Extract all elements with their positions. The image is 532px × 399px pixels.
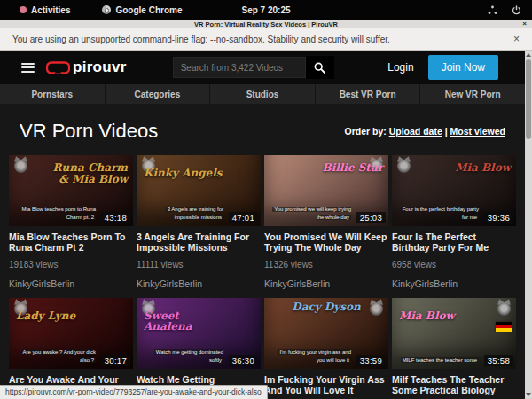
order-by-label: Order by: [344, 126, 386, 137]
video-views: 6958 views [392, 260, 516, 270]
duration-badge: 43:18 [101, 212, 130, 223]
thumbnail-caption: Mia Blow teaches porn to Runa Charm pt. … [16, 206, 96, 222]
video-views: 11326 views [264, 260, 388, 270]
chrome-label: Google Chrome [115, 5, 182, 15]
video-views: 19183 views [9, 260, 133, 270]
studio-link[interactable]: KinkyGirlsBerlin [137, 278, 261, 289]
video-card: Mia Blow MILF teaches the teacher some 3… [392, 298, 516, 399]
video-title-link[interactable]: Im Fucking Your Virgin Ass And You Will … [264, 374, 388, 396]
thumbnail-caption: MILF teaches the teacher some [399, 356, 479, 364]
site-logo-text: pirouvr [73, 59, 127, 76]
model-name-overlay: Lady Lyne [16, 310, 75, 322]
power-icon[interactable] [512, 5, 521, 15]
video-title-link[interactable]: 3 Angels Are Training For Impossible Mis… [137, 231, 261, 254]
video-thumbnail[interactable]: Lady Lyne Are you awake ? And your dick … [9, 298, 133, 369]
activities-label: Activities [31, 5, 70, 15]
video-card: Lady Lyne Are you awake ? And your dick … [9, 298, 133, 399]
video-title-link[interactable]: Four Is The Perfect Birthday Party For M… [392, 231, 516, 254]
studio-link[interactable]: KinkyGirlsBerlin [264, 278, 388, 289]
duration-badge: 36:30 [229, 355, 258, 366]
video-views: 11111 views [137, 260, 261, 270]
nav-item-categories[interactable]: Categories [105, 84, 210, 104]
thumbnail-caption: Four is the perfect birthday party for m… [399, 206, 479, 222]
search-button[interactable] [306, 56, 334, 79]
video-card: Billie Star You promised we will keep tr… [264, 155, 388, 289]
scrollbar-thumb[interactable] [526, 59, 531, 139]
thumbnail-caption: 3 Angels are training for impossible mis… [144, 206, 223, 222]
join-now-button[interactable]: Join Now [428, 55, 498, 80]
screen: { "system_bar": { "activities": "Activit… [0, 0, 532, 399]
video-thumbnail[interactable]: Sweet Analena Watch me getting dominated… [137, 298, 261, 369]
order-by-separator: | [445, 126, 448, 137]
tab-close-icon[interactable]: × [522, 20, 527, 28]
vr-goggles-icon [46, 61, 70, 74]
video-thumbnail[interactable]: Dacy Dyson I'm fucking your virgin ass a… [264, 298, 388, 369]
duration-badge: 39:36 [484, 212, 513, 223]
main-nav: Pornstars Categories Studios Best VR Por… [0, 84, 525, 104]
model-name-overlay: Billie Star [323, 162, 384, 174]
model-name-overlay: Sweet Analena [144, 310, 223, 332]
video-grid: Runa Charm & Mia Blow Mia Blow teaches p… [9, 155, 516, 399]
nav-item-best-vr-porn[interactable]: Best VR Porn [315, 84, 420, 104]
video-thumbnail[interactable]: Runa Charm & Mia Blow Mia Blow teaches p… [9, 155, 133, 226]
chrome-warning-bar: You are using an unsupported command-lin… [0, 28, 532, 51]
nav-item-studios[interactable]: Studios [209, 84, 315, 104]
video-title-link[interactable]: You Promised We Will Keep Trying The Who… [264, 231, 388, 254]
page-viewport: pirouvr Login Join Now Pornstars Categor… [0, 51, 525, 399]
studio-link[interactable]: KinkyGirlsBerlin [9, 278, 133, 289]
network-icon[interactable] [488, 5, 497, 15]
model-name-overlay: Dacy Dyson [283, 301, 370, 313]
vertical-scrollbar[interactable] [525, 51, 532, 399]
video-title-link[interactable]: Milf Teaches The Teacher Some Practical … [392, 374, 516, 396]
order-by-upload-date-link[interactable]: Upload date [389, 126, 442, 137]
warning-close-icon[interactable]: × [513, 34, 520, 44]
thumbnail-caption: Watch me getting dominated softly [144, 348, 223, 364]
page-heading-row: VR Porn Videos Order by: Upload date | M… [0, 104, 525, 148]
thumbnail-caption: I'm fucking your virgin ass and you will… [271, 348, 351, 364]
warning-message: You are using an unsupported command-lin… [12, 35, 513, 44]
model-name-overlay: Mia Blow [455, 162, 511, 174]
duration-badge: 30:17 [101, 355, 130, 366]
search-bar [173, 56, 334, 79]
studio-link[interactable]: KinkyGirlsBerlin [392, 278, 516, 289]
order-by-controls: Order by: Upload date | Most viewed [344, 126, 505, 137]
nav-item-pornstars[interactable]: Pornstars [0, 84, 105, 104]
video-card: Dacy Dyson I'm fucking your virgin ass a… [264, 298, 388, 399]
search-icon [314, 62, 325, 74]
nav-item-new-vr-porn[interactable]: New VR Porn [419, 84, 525, 104]
thumbnail-caption: Are you awake ? And your dick also ? [16, 348, 96, 364]
video-card: Kinky Angels 3 Angels are training for i… [137, 155, 261, 289]
video-title-link[interactable]: Mia Blow Teaches Porn To Runa Charm Pt 2 [9, 231, 133, 254]
german-flag-icon [496, 322, 512, 332]
video-thumbnail[interactable]: Mia Blow MILF teaches the teacher some 3… [392, 298, 516, 369]
studio-mask-icon [370, 302, 383, 316]
order-by-most-viewed-link[interactable]: Most viewed [450, 126, 505, 137]
video-card: Sweet Analena Watch me getting dominated… [137, 298, 261, 399]
scrollbar-down-icon[interactable] [526, 393, 531, 396]
model-name-overlay: Mia Blow [399, 310, 455, 322]
search-input[interactable] [173, 57, 306, 78]
login-link[interactable]: Login [387, 61, 413, 74]
studio-mask-icon [14, 160, 27, 173]
activities-dot-icon [20, 6, 27, 13]
site-logo[interactable]: pirouvr [46, 59, 127, 76]
system-top-bar: Activities Google Chrome Sep 7 20:25 [0, 0, 532, 20]
activities-button[interactable]: Activities [20, 5, 70, 15]
video-thumbnail[interactable]: Kinky Angels 3 Angels are training for i… [137, 155, 261, 226]
duration-badge: 33:59 [356, 355, 386, 366]
studio-mask-icon [497, 302, 511, 316]
chrome-icon [102, 5, 111, 14]
duration-badge: 47:01 [229, 212, 258, 223]
system-clock[interactable]: Sep 7 20:25 [0, 5, 532, 15]
model-name-overlay: Kinky Angels [144, 168, 223, 179]
video-card: Runa Charm & Mia Blow Mia Blow teaches p… [9, 155, 133, 289]
page-title: VR Porn Videos [20, 120, 158, 143]
scrollbar-up-icon[interactable] [526, 53, 531, 57]
studio-mask-icon [397, 160, 411, 173]
hamburger-menu-icon[interactable] [21, 63, 35, 73]
video-card: Mia Blow Four is the perfect birthday pa… [392, 155, 516, 289]
video-thumbnail[interactable]: Billie Star You promised we will keep tr… [264, 155, 388, 226]
duration-badge: 25:03 [356, 212, 386, 223]
video-thumbnail[interactable]: Mia Blow Four is the perfect birthday pa… [392, 155, 516, 226]
chrome-taskbar-item[interactable]: Google Chrome [102, 5, 182, 15]
